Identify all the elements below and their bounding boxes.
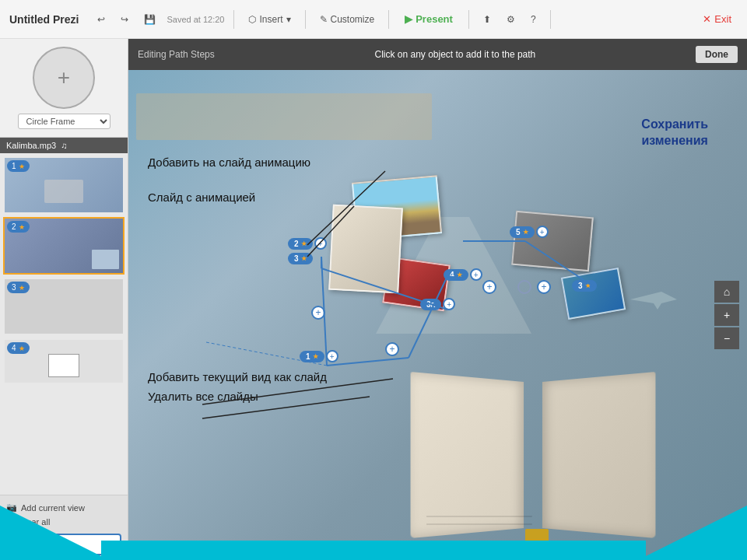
annotation-add-view: Добавить текущий вид как слайд: [148, 370, 327, 384]
path-node-5[interactable]: 5 ★ +: [510, 226, 549, 238]
slide-thumb-4: 4 ★: [5, 340, 123, 383]
slide-item-3[interactable]: 3 ★: [3, 278, 124, 335]
nav-home-button[interactable]: ⌂: [714, 281, 739, 303]
path-node-1[interactable]: 1 ★ +: [300, 350, 338, 362]
node-2-plus[interactable]: +: [314, 237, 327, 250]
slide-item-1[interactable]: 1 ★: [3, 156, 124, 214]
separator-1: [233, 10, 234, 29]
frame-type-select[interactable]: Circle Frame Rectangle Frame Bracket Fra…: [18, 114, 110, 129]
node-1-plus[interactable]: +: [326, 350, 338, 362]
done-button[interactable]: Done: [696, 46, 738, 63]
star-node-3: ★: [301, 255, 307, 262]
camera-icon: 📷: [6, 502, 17, 513]
music-icon: ♫: [61, 141, 67, 150]
path-plus-2[interactable]: +: [385, 342, 399, 356]
star-node-5: ★: [523, 229, 528, 236]
star-node-1: ★: [313, 353, 318, 360]
path-node-3-right[interactable]: 3 ★: [572, 280, 597, 292]
help-icon: ?: [531, 14, 536, 25]
save-label-line1: Сохранить: [641, 117, 708, 133]
home-icon: ⌂: [724, 285, 730, 298]
nav-zoom-in-button[interactable]: +: [714, 304, 739, 326]
canvas-photo-gray[interactable]: [511, 211, 594, 271]
navigation-controls: ⌂ + −: [714, 281, 739, 349]
book-right-page: [542, 372, 655, 538]
save-label-line2: изменения: [641, 133, 708, 149]
app-title: Untitled Prezi: [9, 13, 79, 26]
zoom-in-icon: +: [724, 309, 730, 321]
audio-bar: Kalimba.mp3 ♫: [0, 138, 128, 153]
share-button[interactable]: ⬆: [479, 11, 496, 28]
path-node-2[interactable]: 2 ★ +: [288, 237, 327, 250]
target-circle: [517, 280, 531, 294]
slide-thumb-2: 2 ★: [5, 219, 123, 273]
slide-badge-2: 2 ★: [7, 221, 30, 233]
path-plus-1[interactable]: +: [311, 306, 325, 320]
main-area: + Circle Frame Rectangle Frame Bracket F…: [0, 39, 747, 560]
path-node-3a[interactable]: 3a +: [420, 298, 455, 310]
clear-all-button[interactable]: 🗑 Clear all: [6, 515, 121, 529]
bg-rect: [136, 93, 432, 140]
settings-button[interactable]: ⚙: [502, 11, 520, 28]
star-node-2: ★: [301, 240, 307, 247]
separator-3: [388, 10, 389, 29]
slides-list: 1 ★ 2 ★: [0, 153, 128, 495]
canvas-photo-stack[interactable]: [328, 205, 403, 294]
slide-item-4[interactable]: 4 ★: [3, 338, 124, 384]
plus-icon: +: [58, 65, 70, 90]
customize-button[interactable]: ✎ Customize: [315, 11, 380, 28]
star-icon-1: ★: [19, 163, 25, 170]
path-header-instruction: Click on any object to add it to the pat…: [374, 49, 535, 60]
add-frame-button[interactable]: +: [33, 47, 95, 109]
add-frame-area: + Circle Frame Rectangle Frame Bracket F…: [0, 39, 128, 138]
path-plus-3[interactable]: +: [537, 280, 551, 294]
exit-button[interactable]: ✕ Exit: [696, 10, 738, 28]
annotation-slide-animation: Слайд с анимацией: [148, 191, 255, 205]
annotation-add-animation: Добавить на слайд анимацию: [148, 156, 310, 170]
present-button[interactable]: ▶ Present: [398, 10, 459, 28]
star-icon-4: ★: [19, 345, 25, 352]
slide-badge-1: 1 ★: [7, 160, 30, 172]
insert-dropdown-icon: ▾: [286, 14, 291, 25]
edit-path-pencil-icon: ✎: [16, 539, 23, 550]
toolbar: Untitled Prezi ↩ ↪ 💾 Saved at 12:20 ⬡ In…: [0, 0, 747, 39]
node-4-plus[interactable]: +: [470, 268, 482, 281]
add-current-view-button[interactable]: 📷 Add current view: [6, 500, 121, 515]
share-icon: ⬆: [483, 14, 491, 25]
star-node-4: ★: [457, 271, 462, 278]
undo-button[interactable]: ↩: [93, 11, 110, 28]
save-button[interactable]: 💾: [139, 11, 160, 28]
slide-badge-3: 3 ★: [7, 282, 30, 293]
save-label: Сохранить изменения: [641, 117, 708, 149]
edit-path-button[interactable]: ✎ Edit Path: [6, 534, 121, 555]
customize-icon: ✎: [320, 14, 328, 25]
canvas[interactable]: Editing Path Steps Click on any object t…: [128, 39, 747, 560]
slide-thumb-3: 3 ★: [5, 279, 123, 334]
node-5-plus[interactable]: +: [536, 226, 549, 238]
path-node-3[interactable]: 3 ★: [288, 253, 313, 264]
insert-button[interactable]: ⬡ Insert ▾: [244, 11, 295, 28]
book-illustration: [389, 342, 685, 544]
slide-item-2[interactable]: 2 ★: [3, 217, 124, 275]
play-icon: ▶: [405, 13, 412, 25]
canvas-photo-blue[interactable]: [561, 268, 626, 320]
bottom-decoration: [128, 521, 747, 560]
path-node-4[interactable]: 4 ★ +: [444, 268, 482, 281]
node-3a-plus[interactable]: +: [443, 298, 455, 310]
audio-filename: Kalimba.mp3: [6, 141, 56, 150]
gear-icon: ⚙: [507, 14, 515, 25]
path-header: Editing Path Steps Click on any object t…: [128, 39, 747, 70]
sidebar-bottom: 📷 Add current view 🗑 Clear all ✎ Edit Pa…: [0, 495, 128, 560]
separator-5: [550, 10, 551, 29]
separator-4: [468, 10, 469, 29]
sidebar: + Circle Frame Rectangle Frame Bracket F…: [0, 39, 128, 560]
annotation-clear-all: Удалить все слайды: [148, 390, 258, 404]
redo-button[interactable]: ↪: [116, 11, 133, 28]
help-button[interactable]: ?: [526, 11, 541, 28]
nav-zoom-out-button[interactable]: −: [714, 327, 739, 349]
trash-icon: 🗑: [6, 517, 15, 527]
star-icon-2: ★: [19, 223, 25, 231]
canvas-content: Сохранить изменения: [128, 70, 747, 560]
path-plus-4[interactable]: +: [482, 280, 496, 294]
star-icon-3: ★: [19, 284, 25, 292]
